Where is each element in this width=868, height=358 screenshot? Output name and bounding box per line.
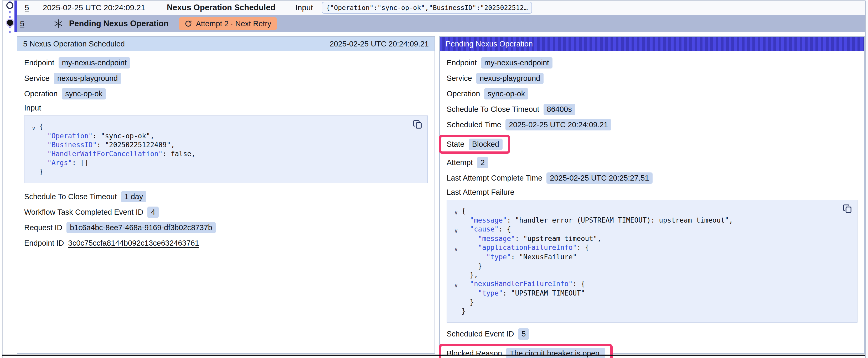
json-line: "message": "handler error (UPSTREAM_TIME… bbox=[451, 216, 850, 225]
bottom-divider bbox=[2, 355, 865, 356]
timeline-selected-dot bbox=[6, 19, 14, 27]
retry-icon bbox=[184, 20, 192, 28]
scheduled-panel-title: 5 Nexus Operation Scheduled bbox=[23, 40, 125, 48]
field-value-badge: sync-op-ok bbox=[62, 88, 106, 99]
failure-section-label: Last Attempt Failure bbox=[446, 188, 858, 197]
event-title: Nexus Operation Scheduled bbox=[167, 3, 275, 12]
event-row-scheduled[interactable]: 5 2025-02-25 UTC 20:24:09.21 Nexus Opera… bbox=[17, 1, 865, 15]
field-value-badge: nexus-playground bbox=[476, 73, 544, 84]
field-row-request-id: Request ID b1c6a4bc-8ee7-468a-9169-df3b0… bbox=[24, 222, 428, 233]
pending-operation-panel: Pending Nexus Operation Endpoint my-nexu… bbox=[439, 36, 865, 354]
json-line: } bbox=[451, 306, 850, 316]
field-value-badge: 86400s bbox=[544, 104, 575, 115]
collapse-chevron-icon[interactable]: ∨ bbox=[28, 124, 39, 133]
json-line: ∨ "nexusHandlerFailureInfo": { bbox=[451, 279, 850, 289]
event-row-pending[interactable]: 5 Pending Nexus Operation Attempt 2 · Ne… bbox=[17, 15, 865, 32]
field-label: Endpoint bbox=[446, 59, 477, 67]
field-value-badge: my-nexus-endpoint bbox=[59, 57, 130, 68]
field-label: Service bbox=[446, 74, 472, 83]
field-row-last-attempt-complete-time: Last Attempt Complete Time 2025-02-25 UT… bbox=[446, 172, 858, 184]
field-label: Schedule To Close Timeout bbox=[24, 192, 117, 201]
json-line: ∨{ bbox=[451, 206, 850, 216]
field-value-badge: 5 bbox=[518, 328, 529, 339]
state-value-badge: Blocked bbox=[469, 138, 502, 150]
blocked-reason-value-badge: The circuit breaker is open. bbox=[506, 348, 605, 358]
event-input-label: Input bbox=[295, 3, 313, 12]
json-line: "type": "UPSTREAM_TIMEOUT" bbox=[451, 289, 850, 298]
field-value-badge: 4 bbox=[147, 206, 158, 218]
copy-icon[interactable] bbox=[842, 204, 852, 214]
field-row-attempt: Attempt 2 bbox=[446, 157, 858, 168]
frame-left-border bbox=[2, 0, 3, 358]
field-row-endpoint-id: Endpoint ID 3c0c75ccfa8144b092c13ce63246… bbox=[24, 237, 428, 249]
collapse-chevron-icon[interactable]: ∨ bbox=[451, 208, 462, 217]
field-label: Scheduled Event ID bbox=[446, 330, 514, 338]
field-value-badge: sync-op-ok bbox=[484, 88, 528, 99]
field-row-endpoint: Endpoint my-nexus-endpoint bbox=[446, 57, 858, 68]
field-label: State bbox=[446, 140, 464, 149]
retry-badge-label: Attempt 2 · Next Retry bbox=[196, 20, 271, 28]
collapse-chevron-icon[interactable]: ∨ bbox=[451, 227, 462, 235]
input-json-block: ∨{ "Operation": "sync-op-ok", "BusinessI… bbox=[24, 116, 428, 183]
field-label: Operation bbox=[446, 90, 480, 98]
json-line: ∨{ bbox=[28, 122, 421, 131]
copy-icon[interactable] bbox=[412, 120, 423, 130]
scheduled-panel-header: 5 Nexus Operation Scheduled 2025-02-25 U… bbox=[17, 37, 435, 51]
field-label: Last Attempt Complete Time bbox=[446, 174, 542, 183]
event-id-link[interactable]: 5 bbox=[25, 3, 29, 12]
scrollbar-gutter[interactable] bbox=[865, 1, 868, 358]
input-section-label: Input bbox=[24, 104, 428, 112]
field-row-state: State Blocked bbox=[446, 138, 502, 150]
field-value-badge: 2025-02-25 UTC 20:25:27.51 bbox=[547, 172, 652, 184]
field-row-scheduled-time: Scheduled Time 2025-02-25 UTC 20:24:09.2… bbox=[446, 119, 858, 130]
asterisk-icon bbox=[53, 19, 63, 29]
json-line: "message": "upstream timeout", bbox=[451, 234, 850, 243]
pending-panel-header: Pending Nexus Operation bbox=[440, 37, 864, 51]
json-line: ∨ "cause": { bbox=[451, 225, 850, 234]
field-label: Blocked Reason bbox=[446, 349, 502, 358]
field-label: Workflow Task Completed Event ID bbox=[24, 208, 143, 217]
field-row-service: Service nexus-playground bbox=[24, 73, 428, 84]
field-value-badge: nexus-playground bbox=[54, 73, 121, 84]
pending-panel-title: Pending Nexus Operation bbox=[445, 40, 533, 48]
retry-attempt-badge[interactable]: Attempt 2 · Next Retry bbox=[179, 17, 277, 30]
field-value-badge: 2 bbox=[477, 157, 488, 168]
timeline-start-circle bbox=[6, 2, 13, 9]
state-annotation-box: State Blocked bbox=[439, 135, 510, 154]
field-value-badge: 1 day bbox=[121, 191, 147, 202]
json-line: } bbox=[28, 167, 421, 176]
scheduled-panel-timestamp: 2025-02-25 UTC 20:24:09.21 bbox=[330, 40, 429, 48]
field-label: Schedule To Close Timeout bbox=[446, 105, 539, 113]
endpoint-id-link[interactable]: 3c0c75ccfa8144b092c13ce632463761 bbox=[68, 239, 199, 248]
field-label: Endpoint ID bbox=[24, 239, 64, 248]
field-row-wft-completed-id: Workflow Task Completed Event ID 4 bbox=[24, 206, 428, 218]
field-row-blocked-reason: Blocked Reason The circuit breaker is op… bbox=[446, 348, 605, 358]
pending-id-link[interactable]: 5 bbox=[20, 19, 25, 28]
collapse-chevron-icon[interactable]: ∨ bbox=[451, 281, 462, 290]
field-label: Endpoint bbox=[24, 59, 54, 67]
field-label: Operation bbox=[24, 90, 58, 98]
field-row-operation: Operation sync-op-ok bbox=[24, 88, 428, 99]
collapse-chevron-icon[interactable]: ∨ bbox=[451, 245, 462, 254]
field-row-scheduled-event-id: Scheduled Event ID 5 bbox=[446, 328, 858, 339]
field-label: Service bbox=[24, 74, 50, 83]
field-row-service: Service nexus-playground bbox=[446, 73, 858, 84]
field-value-badge: b1c6a4bc-8ee7-468a-9169-df3b02c8737b bbox=[66, 222, 216, 233]
json-line: } bbox=[451, 298, 850, 306]
field-value-badge: my-nexus-endpoint bbox=[481, 57, 553, 68]
json-line: } bbox=[451, 261, 850, 270]
failure-json-block: ∨{ "message": "handler error (UPSTREAM_T… bbox=[446, 200, 858, 323]
field-label: Request ID bbox=[24, 223, 62, 232]
json-line: "Operation": "sync-op-ok", bbox=[28, 131, 421, 140]
field-row-operation: Operation sync-op-ok bbox=[446, 88, 858, 99]
field-row-schedule-to-close: Schedule To Close Timeout 86400s bbox=[446, 104, 858, 115]
json-line: }, bbox=[451, 270, 850, 279]
timeline-accent-bar bbox=[14, 1, 17, 32]
event-timestamp: 2025-02-25 UTC 20:24:09.21 bbox=[43, 3, 145, 12]
event-input-preview-chip[interactable]: {"Operation":"sync-op-ok","BusinessID":"… bbox=[322, 2, 532, 14]
field-row-endpoint: Endpoint my-nexus-endpoint bbox=[24, 57, 428, 68]
scheduled-event-panel: 5 Nexus Operation Scheduled 2025-02-25 U… bbox=[17, 36, 435, 354]
json-line: ∨ "applicationFailureInfo": { bbox=[451, 243, 850, 253]
field-label: Attempt bbox=[446, 158, 473, 167]
json-line: "BusinessID": "20250225122409", bbox=[28, 140, 421, 149]
